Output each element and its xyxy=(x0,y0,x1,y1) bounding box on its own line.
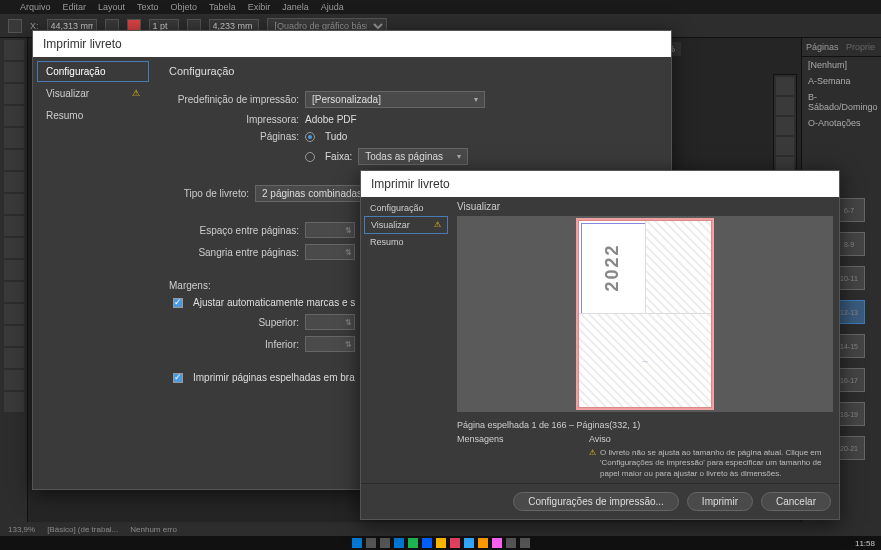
app-icon[interactable] xyxy=(506,538,516,548)
radio-range[interactable] xyxy=(305,152,315,162)
word-icon[interactable] xyxy=(520,538,530,548)
gradient-tool[interactable] xyxy=(4,304,24,324)
eyedropper-tool[interactable] xyxy=(4,348,24,368)
master-none[interactable]: [Nenhum] xyxy=(802,57,881,73)
bottom-margin-spinner[interactable]: ⇅ xyxy=(305,336,355,352)
sidebar-preview[interactable]: Visualizar xyxy=(37,83,149,104)
printer-label: Impressora: xyxy=(169,114,299,125)
master-a[interactable]: A-Semana xyxy=(802,73,881,89)
color-icon[interactable] xyxy=(776,97,794,115)
preset-select[interactable]: [Personalizada] xyxy=(305,91,485,108)
explorer-icon[interactable] xyxy=(394,538,404,548)
zoom-level[interactable]: 133,9% xyxy=(8,525,35,534)
preview-caption: Página espelhada 1 de 166 – Páginas(332,… xyxy=(457,416,833,434)
clock[interactable]: 11:58 xyxy=(855,539,875,548)
taskbar: 11:58 xyxy=(0,536,881,550)
indesign-icon[interactable] xyxy=(450,538,460,548)
task-view-icon[interactable] xyxy=(380,538,390,548)
gradient-icon[interactable] xyxy=(776,137,794,155)
range-select[interactable]: Todas as páginas xyxy=(358,148,468,165)
pages-panel-tab[interactable]: Páginas xyxy=(806,42,839,52)
print-button[interactable]: Imprimir xyxy=(687,492,753,511)
anchor-icon[interactable] xyxy=(8,19,22,33)
swatches-icon[interactable] xyxy=(776,77,794,95)
dialog-sidebar: Configuração Visualizar Resumo xyxy=(33,57,153,485)
hand-tool[interactable] xyxy=(4,370,24,390)
bleed-spinner[interactable]: ⇅ xyxy=(305,244,355,260)
type-tool[interactable] xyxy=(4,128,24,148)
radio-range-label: Faixa: xyxy=(325,151,352,162)
menu-janela[interactable]: Janela xyxy=(282,2,309,12)
selection-tool[interactable] xyxy=(4,40,24,60)
zoom-tool[interactable] xyxy=(4,392,24,412)
menu-texto[interactable]: Texto xyxy=(137,2,159,12)
menu-tabela[interactable]: Tabela xyxy=(209,2,236,12)
preview-area: 2022 ⋯ xyxy=(457,216,833,412)
gap-label: Espaço entre páginas: xyxy=(169,225,299,236)
sidebar-config[interactable]: Configuração xyxy=(37,61,149,82)
photoshop-icon[interactable] xyxy=(464,538,474,548)
pen-tool[interactable] xyxy=(4,172,24,192)
note-tool[interactable] xyxy=(4,326,24,346)
properties-panel-tab[interactable]: Proprie xyxy=(846,42,875,52)
direct-select-tool[interactable] xyxy=(4,62,24,82)
warning-label: Aviso xyxy=(589,434,833,444)
auto-margins-check[interactable] xyxy=(173,298,183,308)
windows-icon[interactable] xyxy=(352,538,362,548)
x-label: X: xyxy=(30,21,39,31)
menubar: Arquivo Editar Layout Texto Objeto Tabel… xyxy=(0,0,881,14)
rect-frame-tool[interactable] xyxy=(4,216,24,236)
top-margin-label: Superior: xyxy=(169,317,299,328)
preview-heading: Visualizar xyxy=(457,201,833,212)
master-o[interactable]: O-Anotações xyxy=(802,115,881,131)
sidebar-preview[interactable]: Visualizar xyxy=(364,216,448,234)
auto-margins-label: Ajustar automaticamente marcas e s xyxy=(193,297,355,308)
layout-name[interactable]: [Básico] (de trabal... xyxy=(47,525,118,534)
gap-spinner[interactable]: ⇅ xyxy=(305,222,355,238)
menu-arquivo[interactable]: Arquivo xyxy=(20,2,51,12)
illustrator-icon[interactable] xyxy=(478,538,488,548)
dialog-title: Imprimir livreto xyxy=(33,31,671,57)
rect-tool[interactable] xyxy=(4,238,24,258)
booklet-type-label: Tipo de livreto: xyxy=(169,188,249,199)
chrome-icon[interactable] xyxy=(436,538,446,548)
xd-icon[interactable] xyxy=(492,538,502,548)
search-icon[interactable] xyxy=(366,538,376,548)
bottom-margin-label: Inferior: xyxy=(169,339,299,350)
transform-tool[interactable] xyxy=(4,282,24,302)
radio-all[interactable] xyxy=(305,132,315,142)
gap-tool[interactable] xyxy=(4,106,24,126)
scissors-tool[interactable] xyxy=(4,260,24,280)
line-tool[interactable] xyxy=(4,150,24,170)
preset-label: Predefinição de impressão: xyxy=(169,94,299,105)
bleed-label: Sangria entre páginas: xyxy=(169,247,299,258)
warning-text: O livreto não se ajusta ao tamanho de pá… xyxy=(589,448,833,479)
radio-all-label: Tudo xyxy=(325,131,347,142)
menu-objeto[interactable]: Objeto xyxy=(171,2,198,12)
preview-pattern xyxy=(645,221,711,315)
master-b[interactable]: B-Sábado/Domingo xyxy=(802,89,881,115)
page-tool[interactable] xyxy=(4,84,24,104)
top-margin-spinner[interactable]: ⇅ xyxy=(305,314,355,330)
menu-editar[interactable]: Editar xyxy=(63,2,87,12)
mirror-blank-label: Imprimir páginas espelhadas em bra xyxy=(193,372,355,383)
mirror-blank-check[interactable] xyxy=(173,373,183,383)
sidebar-summary[interactable]: Resumo xyxy=(364,234,448,250)
spotify-icon[interactable] xyxy=(408,538,418,548)
menu-exibir[interactable]: Exibir xyxy=(248,2,271,12)
sidebar-config[interactable]: Configuração xyxy=(364,200,448,216)
cancel-button[interactable]: Cancelar xyxy=(761,492,831,511)
tools-panel xyxy=(0,38,28,536)
pencil-tool[interactable] xyxy=(4,194,24,214)
print-settings-button[interactable]: Configurações de impressão... xyxy=(513,492,679,511)
preview-pattern: ⋯ xyxy=(579,313,711,407)
dialog-title: Imprimir livreto xyxy=(361,171,839,197)
menu-layout[interactable]: Layout xyxy=(98,2,125,12)
preview-year: 2022 xyxy=(601,244,622,292)
print-booklet-preview-dialog: Imprimir livreto Configuração Visualizar… xyxy=(360,170,840,520)
sidebar-summary[interactable]: Resumo xyxy=(37,105,149,126)
stroke-icon[interactable] xyxy=(776,117,794,135)
menu-ajuda[interactable]: Ajuda xyxy=(321,2,344,12)
messages-label: Mensagens xyxy=(457,434,579,444)
dropbox-icon[interactable] xyxy=(422,538,432,548)
